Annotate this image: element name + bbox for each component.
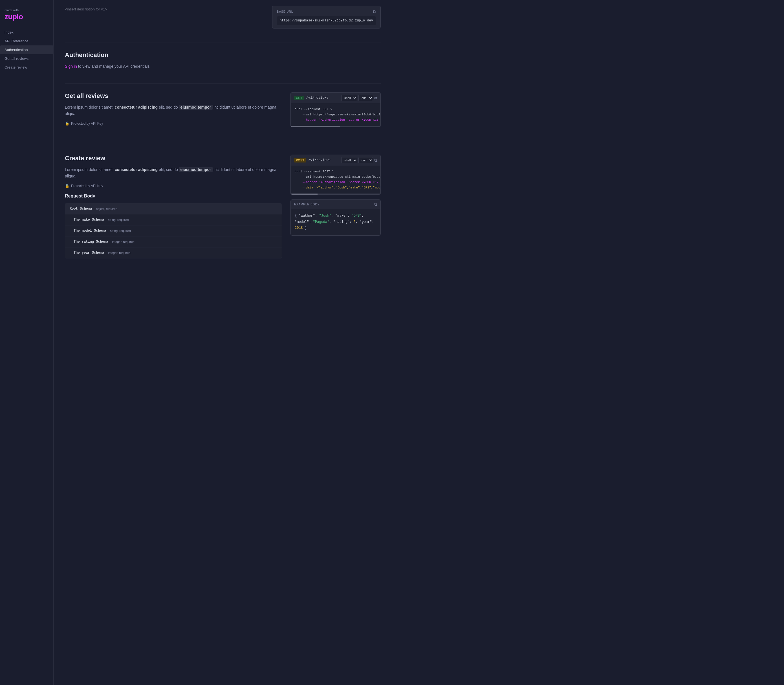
create-review-desc: Lorem ipsum dolor sit amet, consectetur …: [65, 166, 282, 179]
base-url-value: https://supabase-ski-main-82cb9fb.d2.zup…: [277, 16, 376, 25]
example-panel-header: EXAMPLE BODY ⧉: [291, 200, 381, 209]
sidebar-link-index[interactable]: Index: [0, 28, 53, 37]
sidebar-item-api-reference[interactable]: API Reference: [0, 37, 53, 45]
code-line1: curl --request GET \: [295, 107, 332, 111]
get-all-reviews-title: Get all reviews: [65, 92, 282, 100]
desc-normal1: Lorem ipsum dolor sit amet,: [65, 105, 115, 109]
sidebar-item-get-all-reviews[interactable]: Get all reviews: [0, 54, 53, 63]
example-body-panel: EXAMPLE BODY ⧉ { "author": "Josh", "make…: [290, 200, 381, 235]
code-line2: --url https://supabase-ski-main-82cb9fb.…: [298, 113, 381, 116]
logo-brand: zuplo: [5, 12, 49, 21]
cr-desc-bold1: consectetur adipiscing: [115, 167, 158, 172]
create-review-right: POST /v1/reviews shell curl ⧉ curl: [290, 154, 381, 235]
create-review-layout: Create review Lorem ipsum dolor sit amet…: [65, 154, 381, 258]
schema-row-year: The year Schema integer, required: [65, 247, 282, 258]
endpoint-path-get: /v1/reviews: [306, 96, 339, 100]
cr-desc-normal2: elit, sed do: [158, 167, 179, 172]
cr-code-line3: --header 'Authorization: Bearer <YOUR_KE…: [298, 180, 381, 184]
cr-scroll-bar-inner: [291, 193, 317, 195]
protected-text: Protected by API Key: [71, 122, 103, 125]
schema-name-rating: The rating Schema: [74, 240, 108, 244]
base-url-label-row: BASE URL ⧉: [277, 9, 376, 14]
sidebar-link-create-review[interactable]: Create review: [0, 63, 53, 71]
get-all-reviews-desc: Lorem ipsum dolor sit amet, consectetur …: [65, 104, 282, 117]
desc-normal2: elit, sed do: [158, 105, 179, 109]
schema-name-root: Root Schema: [70, 207, 92, 211]
copy-base-url-icon[interactable]: ⧉: [373, 9, 376, 14]
schema-type-rating: integer, required: [112, 240, 134, 243]
request-body-title: Request Body: [65, 193, 282, 199]
cr-shell-select[interactable]: shell: [341, 157, 357, 163]
create-code-panel-header: POST /v1/reviews shell curl ⧉: [291, 155, 381, 166]
shell-select[interactable]: shell: [341, 95, 357, 101]
sign-in-suffix: to view and manage your API credentials: [77, 64, 150, 68]
get-all-reviews-protected: 🔒 Protected by API Key: [65, 121, 282, 125]
lock-icon: 🔒: [65, 121, 70, 125]
sidebar-link-api-reference[interactable]: API Reference: [0, 37, 53, 45]
copy-code-icon[interactable]: ⧉: [374, 96, 377, 101]
schema-table: Root Schema object, required The make Sc…: [65, 203, 282, 258]
sidebar-item-index[interactable]: Index: [0, 28, 53, 37]
create-review-code-body: curl --request POST \ --url https://supa…: [291, 166, 381, 193]
create-lock-icon: 🔒: [65, 183, 70, 188]
cr-protected-text: Protected by API Key: [71, 184, 103, 188]
http-method-get: GET: [294, 96, 304, 100]
schema-row-rating: The rating Schema integer, required: [65, 236, 282, 247]
sidebar-link-get-all-reviews[interactable]: Get all reviews: [0, 54, 53, 63]
create-review-title: Create review: [65, 154, 282, 162]
schema-row-model: The model Schema string, required: [65, 226, 282, 236]
schema-type-root: object, required: [96, 207, 117, 211]
auth-divider: [65, 83, 381, 84]
base-url-label: BASE URL: [277, 10, 293, 13]
cr-code-line4: --data '{"author":"Josh","make":"DPS","m…: [298, 186, 381, 189]
logo: made with zuplo: [0, 6, 53, 28]
get-all-reviews-layout: Get all reviews Lorem ipsum dolor sit am…: [65, 92, 381, 132]
get-all-reviews-section: Get all reviews Lorem ipsum dolor sit am…: [65, 92, 381, 132]
scroll-bar: [291, 126, 381, 127]
get-all-reviews-right: GET /v1/reviews shell curl ⧉ curl -: [290, 92, 381, 132]
code-line3: --header 'Authorization: Bearer <YOUR_KE…: [298, 118, 381, 122]
cr-code-line1: curl --request POST \: [295, 170, 334, 173]
curl-select[interactable]: curl: [358, 95, 373, 101]
cr-lang-selects: shell curl ⧉: [341, 157, 377, 163]
sidebar-item-authentication[interactable]: Authentication: [0, 45, 53, 54]
schema-name-make: The make Schema: [74, 218, 104, 222]
schema-name-year: The year Schema: [74, 251, 104, 255]
http-method-post: POST: [294, 158, 306, 162]
schema-type-make: string, required: [108, 218, 129, 221]
cr-code-line2: --url https://supabase-ski-main-82cb9fb.…: [298, 175, 381, 179]
desc-bold1: consectetur adipiscing: [115, 105, 158, 109]
create-review-left: Create review Lorem ipsum dolor sit amet…: [65, 154, 282, 258]
cr-curl-select[interactable]: curl: [358, 157, 373, 163]
top-divider: [65, 42, 381, 43]
schema-row-make: The make Schema string, required: [65, 214, 282, 226]
get-all-reviews-left: Get all reviews Lorem ipsum dolor sit am…: [65, 92, 282, 130]
create-review-code-panel: POST /v1/reviews shell curl ⧉ curl: [290, 154, 381, 195]
example-body-content: { "author": "Josh", "make": "DPS", "mode…: [291, 209, 381, 235]
base-url-box: BASE URL ⧉ https://supabase-ski-main-82c…: [272, 6, 381, 29]
sidebar-nav: Index API Reference Authentication Get a…: [0, 28, 53, 71]
copy-example-icon[interactable]: ⧉: [374, 202, 377, 207]
cr-copy-code-icon[interactable]: ⧉: [374, 158, 377, 163]
sign-in-link[interactable]: Sign in: [65, 64, 77, 68]
sidebar-item-create-review[interactable]: Create review: [0, 63, 53, 71]
desc-bold2: eiusmod tempor: [179, 105, 213, 110]
code-panel-header: GET /v1/reviews shell curl ⧉: [291, 93, 381, 103]
authentication-title: Authentication: [65, 51, 381, 59]
sidebar-link-authentication[interactable]: Authentication: [0, 45, 53, 54]
api-description: <insert description for v1>: [65, 7, 107, 11]
get-all-reviews-code-body: curl --request GET \ --url https://supab…: [291, 103, 381, 126]
top-section: <insert description for v1> BASE URL ⧉ h…: [65, 0, 381, 34]
cr-desc-normal1: Lorem ipsum dolor sit amet,: [65, 167, 115, 172]
schema-type-model: string, required: [110, 229, 131, 232]
create-review-protected: 🔒 Protected by API Key: [65, 183, 282, 188]
endpoint-path-post: /v1/reviews: [308, 158, 339, 162]
sidebar: made with zuplo Index API Reference Auth…: [0, 0, 53, 685]
get-all-reviews-code-panel: GET /v1/reviews shell curl ⧉ curl -: [290, 92, 381, 127]
authentication-section: Authentication Sign in to view and manag…: [65, 51, 381, 70]
schema-name-model: The model Schema: [74, 229, 106, 233]
main-content: <insert description for v1> BASE URL ⧉ h…: [53, 0, 392, 685]
schema-row-root: Root Schema object, required: [65, 203, 282, 214]
schema-type-year: integer, required: [108, 251, 131, 255]
lang-selects: shell curl ⧉: [341, 95, 377, 101]
